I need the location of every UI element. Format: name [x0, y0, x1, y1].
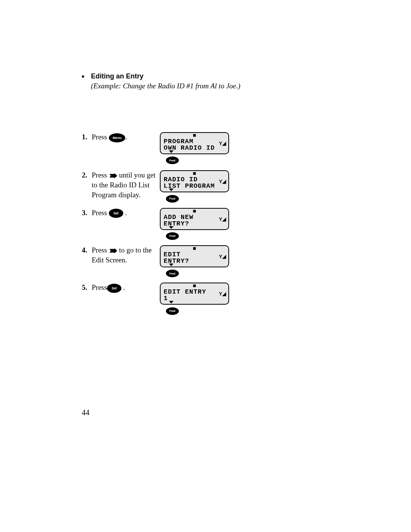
lcd-display-wrap: EDIT ENTRY1Y◢Fwd [160, 283, 229, 315]
lcd-line1: PROGRAM [164, 138, 225, 145]
step-number: 2. [82, 170, 92, 180]
lcd-display: ADD NEWENTRY?Y◢ [160, 208, 229, 230]
lcd-top-indicator-icon [193, 210, 196, 212]
step-row: 5.PressSel .EDIT ENTRY1Y◢Fwd [82, 283, 329, 315]
fwd-button-icon: Fwd [166, 232, 179, 240]
sel-button-icon: Sel [107, 284, 121, 293]
signal-icon: Y◢ [219, 254, 226, 259]
step-number: 4. [82, 245, 92, 255]
menu-button-icon: Menu [109, 133, 126, 142]
fwd-button-below: Fwd [166, 195, 179, 202]
step-text-after: . [121, 283, 125, 291]
step-text-before: Press [92, 133, 109, 141]
step-instruction: 2.Press until you get to the Radio ID Li… [82, 170, 160, 200]
step-instruction: 1.Press Menu. [82, 132, 160, 142]
lcd-line1: RADIO ID [164, 176, 225, 183]
step-text-after: . [123, 209, 127, 217]
section-heading: Editing an Entry [91, 72, 143, 80]
step-number: 3. [82, 208, 92, 218]
lcd-top-indicator-icon [193, 284, 196, 287]
step-display: EDIT ENTRY1Y◢Fwd [160, 283, 229, 315]
step-text-after: . [125, 133, 127, 141]
sel-button-icon: Sel [109, 209, 123, 218]
step-display: RADIO IDLIST PROGRAMY◢Fwd [160, 170, 229, 202]
step-text: Press Menu. [92, 132, 160, 142]
step-display: EDITENTRY?Y◢Fwd [160, 245, 229, 277]
lcd-display: EDIT ENTRY1Y◢ [160, 283, 229, 305]
fwd-button-below: Fwd [166, 157, 179, 164]
page-number: 44 [82, 408, 89, 417]
forward-icon [109, 173, 117, 178]
step-number: 5. [82, 283, 92, 292]
step-display: ADD NEWENTRY?Y◢Fwd [160, 208, 229, 240]
forward-icon [109, 248, 117, 253]
down-arrow-icon [169, 150, 174, 153]
lcd-display-wrap: RADIO IDLIST PROGRAMY◢Fwd [160, 170, 229, 202]
step-display: PROGRAMOWN RADIO IDY◢Fwd [160, 132, 229, 164]
lcd-top-indicator-icon [193, 134, 196, 137]
steps-list: 1.Press Menu.PROGRAMOWN RADIO IDY◢Fwd2.P… [82, 132, 329, 318]
step-row: 2.Press until you get to the Radio ID Li… [82, 170, 329, 202]
lcd-display: PROGRAMOWN RADIO IDY◢ [160, 132, 229, 154]
lcd-display-wrap: EDITENTRY?Y◢Fwd [160, 245, 229, 277]
fwd-button-below: Fwd [166, 307, 179, 315]
fwd-button-below: Fwd [166, 232, 179, 240]
fwd-button-icon: Fwd [166, 195, 179, 203]
step-instruction: 4.Press to go to the Edit Screen. [82, 245, 160, 265]
signal-icon: Y◢ [219, 216, 226, 222]
signal-icon: Y◢ [219, 291, 226, 297]
step-row: 3.Press Sel .ADD NEWENTRY?Y◢Fwd [82, 208, 329, 240]
fwd-button-icon: Fwd [166, 270, 179, 277]
lcd-display-wrap: PROGRAMOWN RADIO IDY◢Fwd [160, 132, 229, 164]
fwd-button-icon: Fwd [166, 307, 179, 315]
step-text-before: Press [92, 171, 109, 179]
step-instruction: 5.PressSel . [82, 283, 160, 293]
step-row: 1.Press Menu.PROGRAMOWN RADIO IDY◢Fwd [82, 132, 329, 164]
down-arrow-icon [169, 189, 174, 191]
step-text: Press until you get to the Radio ID List… [92, 170, 160, 200]
down-arrow-icon [169, 301, 174, 304]
step-text: PressSel . [92, 283, 160, 293]
signal-icon: Y◢ [219, 179, 226, 184]
step-text: Press to go to the Edit Screen. [92, 245, 160, 265]
lcd-top-indicator-icon [193, 247, 196, 250]
signal-icon: Y◢ [219, 141, 226, 146]
down-arrow-icon [169, 226, 174, 229]
heading-row: Editing an Entry [82, 72, 329, 80]
lcd-line1: ADD NEW [164, 214, 225, 220]
step-instruction: 3.Press Sel . [82, 208, 160, 218]
step-text-before: Press [92, 209, 109, 217]
fwd-button-icon: Fwd [166, 157, 179, 164]
bullet-icon [82, 75, 84, 78]
step-row: 4.Press to go to the Edit Screen.EDITENT… [82, 245, 329, 277]
step-text: Press Sel . [92, 208, 160, 218]
fwd-button-below: Fwd [166, 270, 179, 277]
step-text-before: Press [92, 283, 107, 291]
step-number: 1. [82, 132, 92, 142]
lcd-display: RADIO IDLIST PROGRAMY◢ [160, 170, 229, 192]
down-arrow-icon [169, 264, 174, 266]
lcd-line1: EDIT [164, 251, 225, 258]
step-text-before: Press [92, 246, 109, 254]
lcd-line1: EDIT ENTRY [164, 289, 225, 295]
lcd-display: EDITENTRY?Y◢ [160, 245, 229, 267]
page-content: Editing an Entry (Example: Change the Ra… [82, 72, 329, 318]
lcd-top-indicator-icon [193, 172, 196, 175]
lcd-display-wrap: ADD NEWENTRY?Y◢Fwd [160, 208, 229, 240]
example-text: (Example: Change the Radio ID #1 from Al… [91, 82, 329, 90]
